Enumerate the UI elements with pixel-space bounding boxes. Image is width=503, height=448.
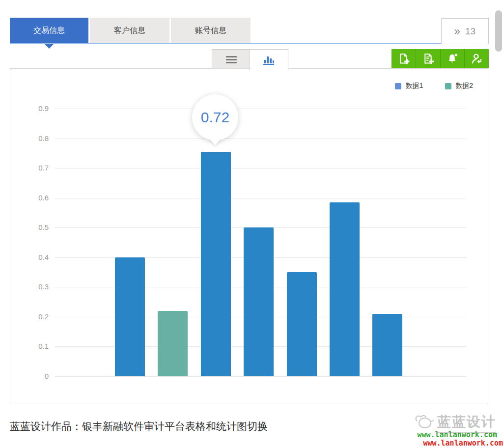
y-axis-tick: 0.2	[19, 312, 49, 321]
quick-actions-toolbar	[391, 49, 489, 68]
tabs-overflow-button[interactable]: » 13	[441, 18, 489, 44]
chart-view-button[interactable]	[249, 49, 288, 70]
chart-panel: 数据1 数据2 00.10.20.30.40.50.60.70.80.9 0.7…	[10, 68, 488, 403]
legend-label-data1: 数据1	[405, 82, 423, 90]
y-axis-tick: 0.4	[19, 253, 49, 261]
add-report-button[interactable]	[416, 49, 441, 68]
hamburger-icon	[226, 55, 237, 65]
tabbar-underline	[10, 43, 488, 44]
list-view-button[interactable]	[212, 49, 251, 70]
gridline	[55, 198, 466, 198]
bar-7[interactable]	[372, 314, 402, 376]
tab-customer-info[interactable]: 客户信息	[90, 18, 169, 43]
y-axis-tick: 0.8	[19, 134, 49, 142]
tab-account-info[interactable]: 账号信息	[171, 18, 251, 43]
y-axis-tick: 0.3	[19, 282, 49, 291]
y-axis-tick: 0.6	[19, 194, 49, 202]
chevrons-right-icon: »	[454, 25, 459, 38]
bar-1[interactable]	[115, 257, 145, 376]
plot-area: 00.10.20.30.40.50.60.70.80.9	[10, 69, 488, 403]
bird-hand-logo	[410, 411, 436, 431]
tooltip-pointer-icon	[208, 138, 222, 145]
y-axis-tick: 0.5	[19, 223, 49, 231]
add-file-icon	[397, 52, 410, 65]
tooltip-bubble: 0.72	[192, 94, 238, 140]
bar-5[interactable]	[287, 272, 317, 376]
gridline	[55, 168, 466, 168]
scrollbar-thumb[interactable]	[495, 10, 502, 52]
tab-transaction-info[interactable]: 交易信息	[10, 18, 88, 43]
bar-6[interactable]	[330, 202, 360, 376]
legend-swatch-data2	[445, 83, 451, 89]
y-axis-tick: 0	[19, 372, 49, 380]
add-report-icon	[421, 52, 435, 65]
user-switch-icon	[470, 52, 483, 65]
add-file-button[interactable]	[391, 49, 416, 68]
legend-item-data1[interactable]: 数据1	[395, 82, 423, 90]
tabs-overflow-count: 13	[465, 26, 475, 37]
bell-mute-icon	[446, 52, 459, 65]
bar-4[interactable]	[244, 227, 274, 376]
watermark-url-green: www.lanlanwork.com	[417, 430, 497, 439]
watermark-url-red: www.lanlanwork.com	[423, 439, 503, 448]
gridline	[55, 109, 466, 109]
page: 交易信息 客户信息 账号信息 » 13	[0, 0, 503, 448]
tooltip-value: 0.72	[201, 109, 229, 126]
active-tab-pointer-icon	[45, 44, 54, 49]
watermark-brand: 蓝蓝设计	[437, 413, 496, 433]
legend-item-data2[interactable]: 数据2	[445, 82, 473, 90]
y-axis-tick: 0.1	[19, 342, 49, 350]
chart-legend: 数据1 数据2	[395, 82, 473, 90]
y-axis-tick: 0.9	[19, 104, 49, 112]
bar-chart-icon	[262, 55, 275, 65]
gridline	[55, 376, 466, 377]
legend-swatch-data1	[395, 83, 401, 89]
caption-text: 蓝蓝设计作品：银丰新融软件审计平台表格和统计图切换	[10, 420, 268, 433]
mute-notifications-button[interactable]	[441, 49, 465, 68]
gridline	[55, 139, 466, 139]
y-axis-tick: 0.7	[19, 164, 49, 172]
bar-2[interactable]	[158, 311, 188, 376]
bar-3[interactable]	[201, 152, 231, 376]
user-switch-button[interactable]	[465, 49, 489, 68]
legend-label-data2: 数据2	[455, 82, 473, 90]
